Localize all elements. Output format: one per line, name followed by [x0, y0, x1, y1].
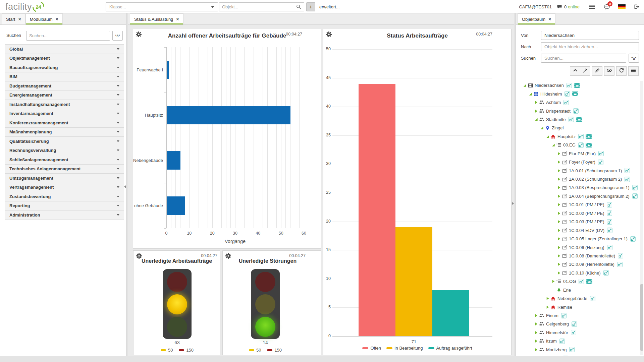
expand-icon[interactable]	[556, 160, 561, 164]
plan-icon[interactable]	[632, 185, 638, 190]
module-search-input[interactable]	[26, 31, 110, 41]
search-icon[interactable]	[296, 4, 301, 9]
expand-icon[interactable]	[556, 271, 561, 275]
gear-icon[interactable]	[136, 32, 142, 39]
menu-button[interactable]	[628, 66, 639, 76]
expand-icon[interactable]	[556, 203, 561, 206]
tree-node[interactable]: 1C.0.02 (PM / PE)	[520, 209, 639, 218]
tree-node[interactable]: Remise	[520, 303, 639, 311]
tree-node[interactable]: 00.EG	[520, 141, 639, 149]
tree-node[interactable]: Itzum	[520, 337, 639, 345]
collapse-icon[interactable]	[522, 83, 527, 87]
tree-node-label[interactable]: 00.EG	[563, 142, 576, 147]
close-icon[interactable]: ×	[56, 17, 58, 21]
tree-node[interactable]: Himmelstür	[520, 328, 639, 337]
close-icon[interactable]: ×	[18, 17, 21, 21]
expand-icon[interactable]	[534, 314, 538, 317]
expand-icon[interactable]	[556, 212, 561, 215]
tree-node-label[interactable]: Moritzberg	[546, 347, 567, 352]
expand-icon[interactable]	[556, 229, 561, 232]
tree-node-label[interactable]: Drispenstedt	[546, 109, 571, 114]
logout-icon[interactable]	[634, 4, 639, 9]
module-item[interactable]: Technisches Anlagenmanagement	[5, 165, 124, 174]
advanced-search-link[interactable]: erweitert...	[319, 0, 340, 13]
plan-icon[interactable]	[598, 160, 603, 165]
tree-node-label[interactable]: Erle	[563, 288, 571, 293]
expand-icon[interactable]	[556, 246, 561, 249]
module-item[interactable]: Inventarmanagement	[5, 109, 124, 119]
tree-node-label[interactable]: Remise	[557, 305, 572, 310]
tree-node[interactable]: Gelgenberg	[520, 320, 639, 328]
module-item[interactable]: Vertragsmanagement	[5, 183, 124, 192]
collapse-icon[interactable]	[551, 143, 555, 147]
tree-node-label[interactable]: Niedersachsen	[535, 83, 564, 88]
module-item[interactable]: Energiemanagement	[5, 91, 124, 100]
tab-objektbaum[interactable]: Objektbaum ×	[518, 13, 555, 24]
tree-node-label[interactable]: 1C.0.01 (PM / PE)	[569, 202, 604, 207]
tree-node-label[interactable]: 1A.0.02 (Schulungsraum 2)	[569, 177, 622, 182]
edit-button[interactable]	[592, 66, 602, 76]
tree-node[interactable]: Nebengebäude	[520, 294, 639, 303]
tree-node-label[interactable]: Nebengebäude	[557, 296, 587, 301]
plan-icon[interactable]	[607, 219, 612, 225]
refresh-button[interactable]	[616, 66, 627, 76]
view-button[interactable]	[604, 66, 614, 76]
tree-node[interactable]: Stadtmitte	[520, 115, 639, 124]
tree-search-input[interactable]	[541, 54, 626, 63]
cad-icon[interactable]	[586, 142, 592, 148]
module-item[interactable]: BIM	[5, 72, 124, 82]
module-item[interactable]: Schließanlagenmanagement	[5, 155, 124, 165]
tree-node-label[interactable]: Zingel	[552, 125, 564, 130]
cad-icon[interactable]	[586, 279, 592, 284]
expand-icon[interactable]	[545, 305, 550, 309]
tree-node[interactable]: 1C.0.09 (Herrentoilette)	[520, 260, 639, 268]
module-item[interactable]: Objektmanagement	[5, 54, 124, 63]
module-item[interactable]: Reporting	[5, 201, 124, 211]
module-item[interactable]: Instandhaltungsmanagement	[5, 100, 124, 109]
tree-node[interactable]: Drispenstedt	[520, 107, 639, 115]
expand-icon[interactable]	[534, 339, 538, 343]
module-item[interactable]: Budgetmanagement	[5, 81, 124, 91]
plan-icon[interactable]	[607, 210, 612, 216]
gear-icon[interactable]	[326, 32, 332, 39]
collapse-right-panel-handle[interactable]	[512, 202, 514, 205]
tree-node-label[interactable]: 1A.0.04 (Besprechungsraum 2)	[569, 194, 630, 199]
tree-node[interactable]: 1C.0.03 (PM / PE)	[520, 218, 639, 226]
plan-icon[interactable]	[625, 177, 630, 182]
expand-icon[interactable]	[534, 322, 538, 326]
tree-node[interactable]: Achtum	[520, 98, 639, 107]
tree-scrollbar[interactable]	[640, 81, 643, 355]
expand-icon[interactable]	[534, 101, 538, 104]
tree-node-label[interactable]: Stadtmitte	[546, 117, 566, 122]
expand-icon[interactable]	[534, 348, 538, 352]
tree-node[interactable]: Foyer (Foyer)	[520, 158, 639, 166]
expand-icon[interactable]	[556, 220, 561, 224]
expand-icon[interactable]	[534, 109, 538, 113]
klasse-select[interactable]: Klasse...	[106, 2, 218, 11]
plan-icon[interactable]	[607, 245, 612, 250]
expand-icon[interactable]	[545, 297, 550, 300]
tree-node-label[interactable]: 1C.0.06 (Heizung)	[569, 245, 604, 250]
tab-modulbaum[interactable]: Modulbaum ×	[25, 13, 63, 24]
plan-icon[interactable]	[573, 108, 579, 114]
expand-icon[interactable]	[556, 262, 561, 266]
plan-icon[interactable]	[565, 91, 570, 97]
tree-node-label[interactable]: Einum	[546, 313, 558, 318]
tree-node[interactable]: 1C.0.08 (Damentoilette)	[520, 252, 639, 260]
tree-node-label[interactable]: Hauptsitz	[557, 134, 576, 139]
plan-icon[interactable]	[579, 279, 584, 284]
tree-node-label[interactable]: 01.OG	[563, 279, 576, 284]
plan-icon[interactable]	[617, 262, 623, 267]
pin-button[interactable]	[580, 66, 590, 76]
tree-node[interactable]: 1C.0.01 (PM / PE)	[520, 200, 639, 209]
von-input[interactable]	[541, 31, 639, 40]
menu-icon[interactable]	[589, 4, 595, 9]
module-item[interactable]: Rechnungsverwaltung	[5, 146, 124, 156]
tree-node-label[interactable]: 1C.0.05 Lager (Zentrallager 1)	[569, 236, 628, 241]
tree-node[interactable]: Flur PM (Flur)	[520, 149, 639, 158]
plan-icon[interactable]	[607, 228, 612, 233]
plan-icon[interactable]	[590, 296, 595, 301]
plan-icon[interactable]	[578, 142, 584, 148]
tree-node-label[interactable]: 1C.0.04 EDV (DV)	[569, 228, 604, 233]
expand-icon[interactable]	[556, 186, 561, 189]
